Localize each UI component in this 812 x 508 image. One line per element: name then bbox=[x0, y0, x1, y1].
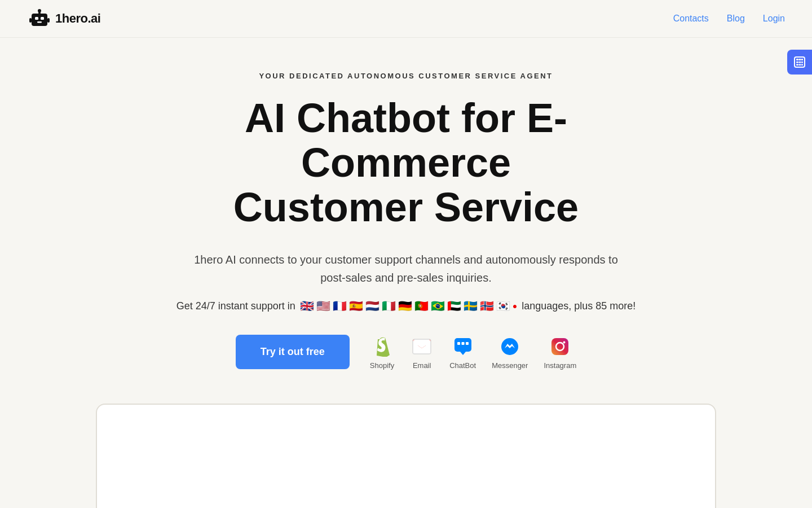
try-free-button[interactable]: Try it out free bbox=[236, 335, 350, 369]
nav-contacts[interactable]: Contacts bbox=[673, 14, 709, 24]
svg-point-5 bbox=[38, 9, 41, 12]
svg-rect-11 bbox=[457, 342, 460, 345]
flag-de: 🇩🇪 bbox=[398, 300, 412, 312]
floating-action-button[interactable] bbox=[787, 50, 812, 75]
nav-blog[interactable]: Blog bbox=[727, 14, 745, 24]
instagram-label: Instagram bbox=[544, 361, 576, 370]
integrations: Shopify Email bbox=[370, 335, 576, 370]
flag-br: 🇧🇷 bbox=[431, 300, 445, 312]
flag-fr: 🇫🇷 bbox=[333, 300, 347, 312]
svg-rect-22 bbox=[796, 62, 798, 63]
integration-shopify: Shopify bbox=[370, 335, 394, 370]
svg-rect-20 bbox=[799, 59, 801, 60]
svg-rect-27 bbox=[801, 64, 803, 66]
svg-rect-12 bbox=[461, 342, 464, 345]
svg-rect-1 bbox=[35, 17, 38, 20]
hero-section: YOUR DEDICATED AUTONOMOUS CUSTOMER SERVI… bbox=[0, 38, 812, 508]
svg-rect-2 bbox=[41, 17, 44, 20]
languages-text-before: Get 24/7 instant support in bbox=[176, 300, 295, 312]
svg-rect-21 bbox=[801, 59, 803, 60]
flag-it: 🇮🇹 bbox=[382, 300, 396, 312]
svg-rect-6 bbox=[29, 18, 32, 23]
integration-email: Email bbox=[410, 335, 434, 370]
flag-pt: 🇵🇹 bbox=[414, 300, 429, 312]
hero-languages: Get 24/7 instant support in 🇬🇧 🇺🇸 🇫🇷 🇪🇸 … bbox=[176, 300, 636, 312]
flag-no: 🇳🇴 bbox=[480, 300, 494, 312]
flag-se: 🇸🇪 bbox=[464, 300, 478, 312]
chatbot-icon bbox=[451, 335, 475, 358]
preview-card bbox=[96, 404, 716, 508]
svg-rect-23 bbox=[799, 62, 801, 63]
logo[interactable]: 1hero.ai bbox=[27, 8, 100, 29]
logo-text: 1hero.ai bbox=[55, 11, 100, 26]
calculator-icon bbox=[793, 56, 806, 68]
hero-title: AI Chatbot for E-Commerce Customer Servi… bbox=[152, 96, 660, 230]
languages-text-after: languages, plus 85 more! bbox=[522, 300, 636, 312]
nav-login[interactable]: Login bbox=[763, 14, 785, 24]
email-label: Email bbox=[413, 361, 431, 370]
svg-rect-15 bbox=[551, 338, 568, 355]
messenger-icon bbox=[498, 335, 522, 358]
svg-rect-25 bbox=[796, 64, 798, 66]
flag-red-dot: ● bbox=[513, 302, 517, 310]
integration-messenger: Messenger bbox=[492, 335, 528, 370]
flag-ae: 🇦🇪 bbox=[447, 300, 461, 312]
svg-rect-24 bbox=[801, 62, 803, 63]
flag-gb: 🇬🇧 bbox=[300, 300, 314, 312]
flag-es: 🇪🇸 bbox=[349, 300, 363, 312]
svg-rect-19 bbox=[796, 59, 798, 60]
shopify-icon bbox=[370, 335, 394, 358]
navbar: 1hero.ai Contacts Blog Login bbox=[0, 0, 812, 38]
hero-title-line2: Customer Service bbox=[233, 185, 579, 230]
instagram-icon bbox=[548, 335, 572, 358]
svg-point-17 bbox=[563, 341, 566, 343]
hero-subtitle: 1hero AI connects to your customer suppo… bbox=[192, 251, 620, 287]
svg-rect-13 bbox=[466, 342, 469, 345]
hero-title-line1: AI Chatbot for E-Commerce bbox=[245, 95, 567, 185]
flag-kr: 🇰🇷 bbox=[496, 300, 510, 312]
cta-row: Try it out free Shopify bbox=[236, 335, 577, 370]
logo-robot-icon bbox=[27, 8, 52, 29]
svg-rect-0 bbox=[32, 14, 47, 26]
svg-rect-26 bbox=[799, 64, 801, 66]
nav-links: Contacts Blog Login bbox=[673, 14, 785, 24]
shopify-label: Shopify bbox=[370, 361, 394, 370]
hero-tagline: YOUR DEDICATED AUTONOMOUS CUSTOMER SERVI… bbox=[259, 72, 553, 80]
chatbot-label: ChatBot bbox=[449, 361, 476, 370]
flag-us: 🇺🇸 bbox=[316, 300, 330, 312]
svg-rect-7 bbox=[47, 18, 50, 23]
gmail-icon bbox=[410, 335, 434, 358]
integration-instagram: Instagram bbox=[544, 335, 576, 370]
flag-nl: 🇳🇱 bbox=[365, 300, 379, 312]
svg-rect-3 bbox=[37, 21, 42, 23]
messenger-label: Messenger bbox=[492, 361, 528, 370]
integration-chatbot: ChatBot bbox=[449, 335, 476, 370]
